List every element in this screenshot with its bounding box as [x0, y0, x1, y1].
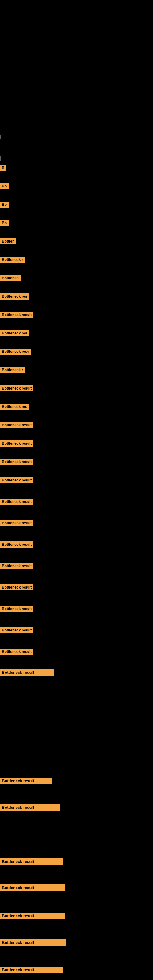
extra-3: Bo — [0, 202, 9, 208]
extra-2: Bo — [0, 183, 9, 189]
cursor-indicator: | — [0, 156, 1, 161]
extra-26: Bottleneck result — [0, 649, 33, 655]
extra-5: Bottlen — [0, 238, 16, 244]
extra-17: Bottleneck result — [0, 459, 33, 465]
extra-11: Bottleneck resu — [0, 348, 31, 355]
extra-9: Bottleneck result — [0, 312, 33, 318]
extra-12: Bottleneck r — [0, 367, 25, 373]
label-5: Bottleneck result — [0, 885, 65, 891]
label-6: Bottleneck result — [0, 913, 65, 919]
label-3: Bottleneck result — [0, 804, 60, 811]
extra-22: Bottleneck result — [0, 563, 33, 569]
extra-14: Bottleneck res — [0, 404, 29, 410]
extra-20: Bottleneck result — [0, 520, 33, 526]
extra-18: Bottleneck result — [0, 477, 33, 483]
label-7: Bottleneck result — [0, 939, 66, 946]
label-8: Bottleneck result — [0, 967, 63, 973]
extra-13: Bottleneck result — [0, 385, 33, 391]
label-1: Bottleneck result — [0, 669, 54, 676]
extra-4: Bo — [0, 220, 9, 226]
extra-24: Bottleneck result — [0, 606, 33, 612]
cursor-indicator: | — [0, 134, 1, 140]
extra-8: Bottleneck res — [0, 293, 29, 299]
site-title — [0, 0, 153, 2]
extra-6: Bottleneck r — [0, 257, 25, 263]
extra-10: Bottleneck res — [0, 330, 29, 336]
extra-15: Bottleneck result — [0, 422, 33, 428]
extra-19: Bottleneck result — [0, 499, 33, 505]
label-2: Bottleneck result — [0, 778, 52, 784]
label-4: Bottleneck result — [0, 858, 63, 865]
extra-21: Bottleneck result — [0, 541, 33, 547]
extra-16: Bottleneck result — [0, 441, 33, 447]
extra-1: B — [0, 165, 6, 171]
extra-7: Bottlenec — [0, 275, 21, 281]
extra-23: Bottleneck result — [0, 584, 33, 590]
extra-25: Bottleneck result — [0, 627, 33, 633]
